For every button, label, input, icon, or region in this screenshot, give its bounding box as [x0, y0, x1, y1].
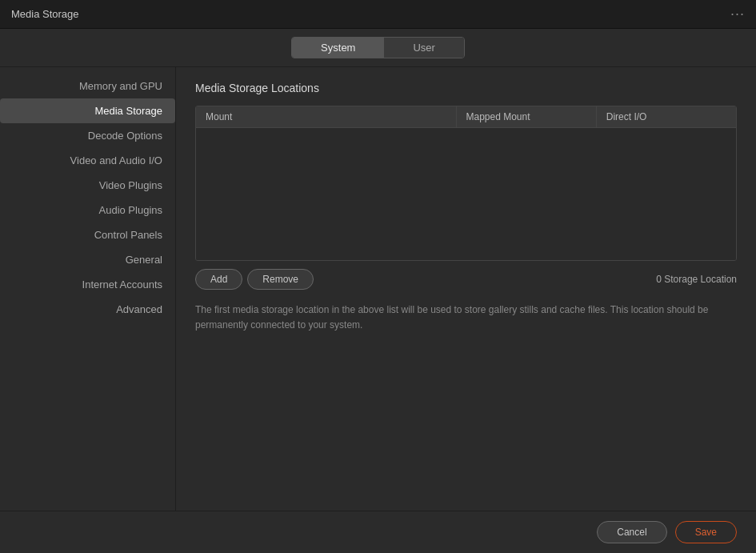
sidebar-item-general[interactable]: General — [0, 247, 175, 272]
sidebar-item-video-plugins[interactable]: Video Plugins — [0, 173, 175, 198]
menu-dots[interactable]: ··· — [730, 6, 745, 22]
col-header-mapped-mount: Mapped Mount — [457, 106, 597, 127]
sidebar-item-internet-accounts[interactable]: Internet Accounts — [0, 272, 175, 297]
cancel-button[interactable]: Cancel — [597, 521, 666, 543]
table-body — [196, 128, 736, 260]
content-area: Memory and GPU Media Storage Decode Opti… — [0, 67, 756, 511]
sidebar: Memory and GPU Media Storage Decode Opti… — [0, 67, 176, 511]
window-title: Media Storage — [11, 8, 79, 20]
section-title: Media Storage Locations — [195, 82, 737, 94]
storage-table: Mount Mapped Mount Direct I/O — [195, 106, 737, 261]
sidebar-item-video-audio-io[interactable]: Video and Audio I/O — [0, 148, 175, 173]
btn-group: Add Remove — [195, 269, 314, 290]
save-button[interactable]: Save — [675, 521, 737, 543]
tab-bar: System User — [0, 29, 756, 67]
col-header-direct-io: Direct I/O — [597, 106, 736, 127]
main-panel: Media Storage Locations Mount Mapped Mou… — [176, 67, 756, 511]
table-header: Mount Mapped Mount Direct I/O — [196, 106, 736, 128]
footer: Cancel Save — [0, 511, 756, 553]
info-text: The first media storage location in the … — [195, 303, 723, 333]
remove-button[interactable]: Remove — [247, 269, 314, 290]
title-bar: Media Storage ··· — [0, 0, 756, 29]
table-controls: Add Remove 0 Storage Location — [195, 269, 737, 290]
add-button[interactable]: Add — [195, 269, 242, 290]
tab-system[interactable]: System — [292, 38, 384, 58]
sidebar-item-advanced[interactable]: Advanced — [0, 297, 175, 322]
sidebar-item-memory-gpu[interactable]: Memory and GPU — [0, 74, 175, 98]
tab-user[interactable]: User — [384, 38, 463, 58]
sidebar-item-decode-options[interactable]: Decode Options — [0, 123, 175, 148]
main-layout: System User Memory and GPU Media Storage… — [0, 29, 756, 553]
sidebar-item-control-panels[interactable]: Control Panels — [0, 222, 175, 247]
sidebar-item-media-storage[interactable]: Media Storage — [0, 98, 175, 123]
tab-group: System User — [291, 37, 465, 58]
sidebar-item-audio-plugins[interactable]: Audio Plugins — [0, 198, 175, 222]
col-header-mount: Mount — [196, 106, 457, 127]
storage-count: 0 Storage Location — [656, 274, 737, 285]
